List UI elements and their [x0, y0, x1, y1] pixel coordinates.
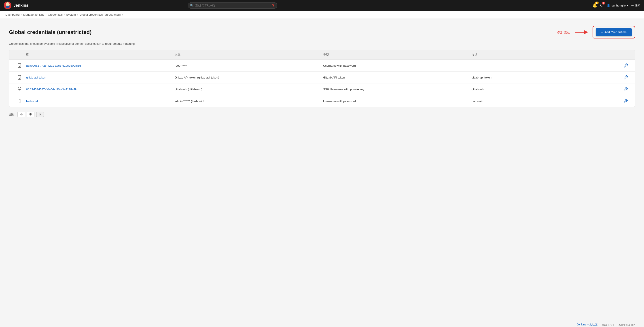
- row2-desc: gitlab-api-token: [472, 76, 620, 79]
- notifications-bell[interactable]: 🔔 2: [592, 3, 597, 8]
- main-content: Global credentials (unrestricted) 添加凭证 +…: [0, 19, 644, 319]
- row1-name: root/******: [175, 64, 323, 67]
- row3-desc: gitlab-ssh: [472, 88, 620, 91]
- help-icon[interactable]: ❓: [272, 4, 275, 7]
- icon-size-label: 图标:: [9, 112, 16, 116]
- row4-icon: [13, 98, 26, 104]
- table-header-row: ID 名称 类型 描述: [9, 50, 635, 60]
- row4-desc: harbor-id: [472, 100, 620, 103]
- user-menu[interactable]: 👤 sunhongjie ▾: [607, 4, 628, 7]
- fingerprint-icon: [17, 86, 22, 92]
- size-small-button[interactable]: 小: [18, 112, 25, 117]
- row2-icon: [13, 75, 26, 80]
- phone-icon: [17, 75, 22, 80]
- wrench-icon: [624, 87, 628, 92]
- col-type: 类型: [323, 53, 472, 57]
- notifications-badge: 2: [595, 2, 598, 4]
- table-row: 8fc27d58-f587-40e6-bd90-a3a419ffa4fc git…: [9, 84, 635, 95]
- col-id: ID: [26, 53, 175, 57]
- chevron-down-icon: ▾: [627, 4, 628, 7]
- breadcrumb: Dashboard › Manage Jenkins › Credentials…: [0, 11, 644, 19]
- wrench-icon: [624, 63, 628, 68]
- rest-api-link[interactable]: REST API: [602, 323, 614, 326]
- page-footer: Jenkins 中文社区 REST API Jenkins 2.487: [0, 319, 644, 327]
- brand-logo[interactable]: Jenkins: [4, 1, 28, 10]
- row2-action[interactable]: [620, 75, 631, 80]
- row3-icon: [13, 86, 26, 92]
- row2-type: GitLab API token: [323, 76, 472, 79]
- community-link[interactable]: Jenkins 中文社区: [577, 323, 598, 326]
- col-icon: [13, 53, 26, 57]
- row1-icon: [13, 63, 26, 68]
- size-large-button[interactable]: 大: [36, 112, 44, 117]
- col-action: [620, 53, 631, 57]
- search-bar: 🔍 ❓: [188, 2, 277, 9]
- breadcrumb-manage-jenkins[interactable]: Manage Jenkins: [23, 13, 44, 16]
- svg-rect-10: [19, 66, 20, 67]
- phone-icon: [17, 63, 22, 68]
- svg-marker-8: [584, 30, 588, 34]
- breadcrumb-system[interactable]: System: [66, 13, 76, 16]
- row4-id[interactable]: harbor-id: [26, 99, 175, 103]
- col-desc: 描述: [472, 53, 620, 57]
- add-credentials-box: + Add Credentials: [592, 26, 635, 38]
- row1-id[interactable]: a8a00662-7426-42e1-ad53-d1e598008f5d: [26, 64, 175, 67]
- svg-rect-17: [19, 100, 20, 100]
- row3-type: SSH Username with private key: [323, 88, 472, 91]
- plus-icon: +: [601, 30, 603, 34]
- row3-name: gitlab-ssh (gitlab-ssh): [175, 88, 323, 91]
- add-credentials-label: 添加凭证: [557, 30, 570, 34]
- row1-action[interactable]: [620, 63, 631, 68]
- breadcrumb-global-credentials: Global credentials (unrestricted): [80, 13, 120, 16]
- svg-point-3: [7, 4, 7, 4]
- row2-name: GitLab API token (gitlab-api-token): [175, 76, 323, 79]
- version-label: Jenkins 2.487: [618, 323, 635, 326]
- sep-2: ›: [46, 13, 46, 16]
- logout-button[interactable]: ↪ 注销: [631, 3, 640, 8]
- logout-icon: ↪: [631, 4, 634, 7]
- jenkins-logo-icon: [4, 1, 12, 10]
- security-badge: 1: [602, 2, 605, 4]
- row3-action[interactable]: [620, 87, 631, 92]
- phone-icon: [17, 98, 22, 104]
- sep-3: ›: [64, 13, 65, 16]
- row3-id[interactable]: 8fc27d58-f587-40e6-bd90-a3a419ffa4fc: [26, 88, 175, 91]
- sep-5: ›: [122, 13, 123, 16]
- page-header: Global credentials (unrestricted) 添加凭证 +…: [9, 26, 635, 38]
- page-subtitle: Credentials that should be available irr…: [9, 42, 635, 46]
- search-icon: 🔍: [190, 4, 194, 7]
- svg-point-4: [8, 4, 8, 4]
- row1-type: Username with password: [323, 64, 472, 67]
- security-icon[interactable]: 🛡 1: [600, 3, 604, 8]
- red-arrow: [575, 29, 588, 36]
- size-medium-button[interactable]: 中: [27, 112, 34, 117]
- table-row: gitlab-api-token GitLab API token (gitla…: [9, 72, 635, 84]
- svg-rect-13: [19, 78, 20, 79]
- sep-4: ›: [77, 13, 78, 16]
- breadcrumb-dashboard[interactable]: Dashboard: [5, 13, 20, 16]
- page-title: Global credentials (unrestricted): [9, 29, 92, 35]
- username-label: sunhongjie: [612, 4, 626, 7]
- row4-type: Username with password: [323, 100, 472, 103]
- credentials-table: ID 名称 类型 描述 a8a00662-7426-42e1-ad53-d1e5…: [9, 50, 635, 107]
- table-row: a8a00662-7426-42e1-ad53-d1e598008f5d roo…: [9, 60, 635, 72]
- logout-label: 注销: [634, 3, 640, 8]
- svg-rect-6: [6, 6, 10, 7]
- row2-id[interactable]: gitlab-api-token: [26, 76, 175, 79]
- search-input[interactable]: [188, 2, 277, 9]
- breadcrumb-credentials[interactable]: Credentials: [48, 13, 62, 16]
- header-right: 添加凭证 + Add Credentials: [557, 26, 635, 38]
- wrench-icon: [624, 99, 628, 103]
- svg-rect-16: [19, 102, 20, 102]
- row4-name: admin/****** (harbor-id): [175, 100, 323, 103]
- navbar-actions: 🔔 2 🛡 1 👤 sunhongjie ▾ ↪ 注销: [592, 3, 640, 8]
- row4-action[interactable]: [620, 99, 631, 103]
- add-credentials-button[interactable]: + Add Credentials: [596, 28, 632, 36]
- add-credentials-button-label: Add Credentials: [604, 30, 626, 34]
- navbar: Jenkins 🔍 ❓ 🔔 2 🛡 1 👤 sunhongjie ▾ ↪ 注销: [0, 0, 644, 11]
- svg-rect-14: [19, 76, 20, 76]
- wrench-icon: [624, 75, 628, 80]
- col-name: 名称: [175, 53, 323, 57]
- user-icon: 👤: [607, 4, 610, 7]
- icon-size-section: 图标: 小 中 大: [9, 112, 635, 117]
